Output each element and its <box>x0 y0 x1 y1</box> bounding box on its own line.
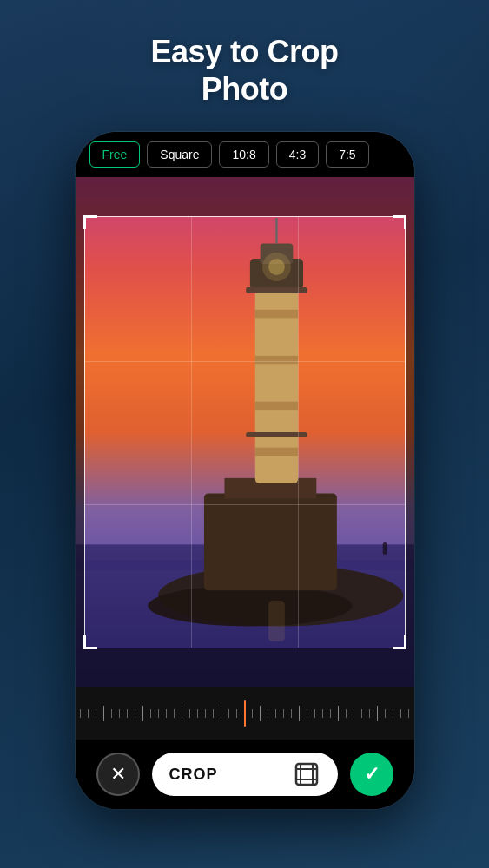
image-canvas <box>76 177 414 687</box>
svg-rect-18 <box>382 542 387 555</box>
svg-rect-10 <box>254 448 297 456</box>
phone-frame: Free Square 10:8 4:3 7:5 <box>76 132 414 809</box>
confirm-button[interactable]: ✓ <box>350 753 393 796</box>
crop-tool-icon <box>293 760 320 788</box>
crop-action-button[interactable]: CROP <box>152 753 338 796</box>
ruler-center-indicator <box>244 700 246 727</box>
svg-point-3 <box>148 586 352 627</box>
tab-7-5[interactable]: 7:5 <box>326 141 368 168</box>
svg-rect-19 <box>268 601 285 641</box>
svg-rect-9 <box>254 402 297 410</box>
bottom-action-bar: ✕ CROP ✓ <box>76 740 414 809</box>
tab-free[interactable]: Free <box>89 141 141 168</box>
confirm-icon: ✓ <box>364 763 380 786</box>
cancel-button[interactable]: ✕ <box>96 753 140 796</box>
svg-rect-20 <box>296 764 317 785</box>
lighthouse-illustration <box>76 177 414 687</box>
rotation-ruler[interactable] <box>76 687 414 740</box>
svg-rect-7 <box>254 310 297 318</box>
aspect-ratio-tabs: Free Square 10:8 4:3 7:5 <box>76 132 414 177</box>
crop-label: CROP <box>169 766 218 784</box>
cancel-icon: ✕ <box>110 765 126 784</box>
svg-rect-8 <box>254 356 297 364</box>
tab-4-3[interactable]: 4:3 <box>276 141 319 168</box>
svg-rect-4 <box>203 494 336 591</box>
tab-square[interactable]: Square <box>147 141 212 168</box>
page-title: Easy to Crop Photo <box>150 33 338 108</box>
svg-rect-16 <box>246 287 307 293</box>
tab-10-8[interactable]: 10:8 <box>219 141 268 168</box>
svg-point-14 <box>268 259 285 275</box>
svg-rect-17 <box>246 432 307 437</box>
